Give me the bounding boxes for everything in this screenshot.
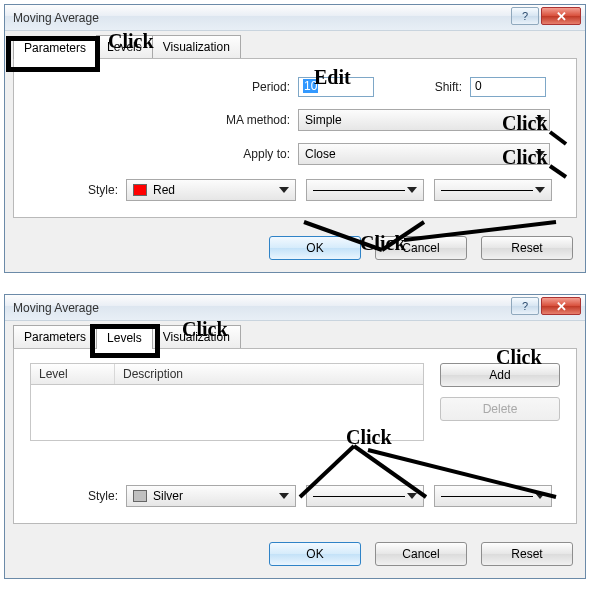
label-ma-method: MA method:	[30, 113, 298, 127]
close-button[interactable]: ✕	[541, 7, 581, 25]
label-apply-to: Apply to:	[30, 147, 298, 161]
line-sample	[313, 190, 405, 191]
chevron-down-icon	[407, 187, 417, 193]
help-icon: ?	[522, 10, 528, 22]
dropdown-style-color[interactable]: Silver	[126, 485, 296, 507]
help-button[interactable]: ?	[511, 297, 539, 315]
col-level[interactable]: Level	[31, 364, 115, 384]
input-period[interactable]: 10	[298, 77, 374, 97]
titlebar[interactable]: Moving Average ? ✕	[5, 295, 585, 321]
window-title: Moving Average	[13, 301, 99, 315]
chevron-down-icon	[535, 117, 545, 123]
dropdown-style-linetype[interactable]	[306, 485, 424, 507]
label-shift: Shift:	[374, 80, 470, 94]
delete-button: Delete	[440, 397, 560, 421]
cancel-button[interactable]: Cancel	[375, 236, 467, 260]
reset-button[interactable]: Reset	[481, 236, 573, 260]
col-description[interactable]: Description	[115, 364, 423, 384]
color-swatch	[133, 184, 147, 196]
pane-parameters: Period: 10 Shift: 0 MA method: Simple A	[13, 58, 577, 218]
label-style: Style:	[30, 183, 126, 197]
window-title: Moving Average	[13, 11, 99, 25]
tab-parameters[interactable]: Parameters	[13, 36, 97, 59]
chevron-down-icon	[535, 187, 545, 193]
tab-visualization[interactable]: Visualization	[152, 325, 241, 348]
ok-button[interactable]: OK	[269, 542, 361, 566]
input-shift[interactable]: 0	[470, 77, 546, 97]
chevron-down-icon	[407, 493, 417, 499]
close-button[interactable]: ✕	[541, 297, 581, 315]
tab-levels[interactable]: Levels	[96, 326, 153, 349]
chevron-down-icon	[535, 493, 545, 499]
chevron-down-icon	[279, 493, 289, 499]
dropdown-style-linetype[interactable]	[306, 179, 424, 201]
label-style: Style:	[30, 489, 126, 503]
tab-levels[interactable]: Levels	[96, 35, 153, 58]
chevron-down-icon	[279, 187, 289, 193]
close-icon: ✕	[556, 9, 567, 24]
cancel-button[interactable]: Cancel	[375, 542, 467, 566]
close-icon: ✕	[556, 299, 567, 314]
line-sample	[441, 496, 533, 497]
reset-button[interactable]: Reset	[481, 542, 573, 566]
add-button[interactable]: Add	[440, 363, 560, 387]
color-swatch	[133, 490, 147, 502]
line-sample	[313, 496, 405, 497]
label-period: Period:	[30, 80, 298, 94]
dropdown-style-linewidth[interactable]	[434, 485, 552, 507]
chevron-down-icon	[535, 151, 545, 157]
levels-list-header: Level Description	[30, 363, 424, 385]
dropdown-ma-method[interactable]: Simple	[298, 109, 550, 131]
dropdown-apply-to[interactable]: Close	[298, 143, 550, 165]
tab-visualization[interactable]: Visualization	[152, 35, 241, 58]
help-icon: ?	[522, 300, 528, 312]
levels-list[interactable]	[30, 385, 424, 441]
dropdown-style-linewidth[interactable]	[434, 179, 552, 201]
titlebar[interactable]: Moving Average ? ✕	[5, 5, 585, 31]
help-button[interactable]: ?	[511, 7, 539, 25]
ok-button[interactable]: OK	[269, 236, 361, 260]
line-sample	[441, 190, 533, 191]
tab-parameters[interactable]: Parameters	[13, 325, 97, 348]
dropdown-style-color[interactable]: Red	[126, 179, 296, 201]
pane-levels: Level Description Add Delete Style: Silv…	[13, 348, 577, 524]
